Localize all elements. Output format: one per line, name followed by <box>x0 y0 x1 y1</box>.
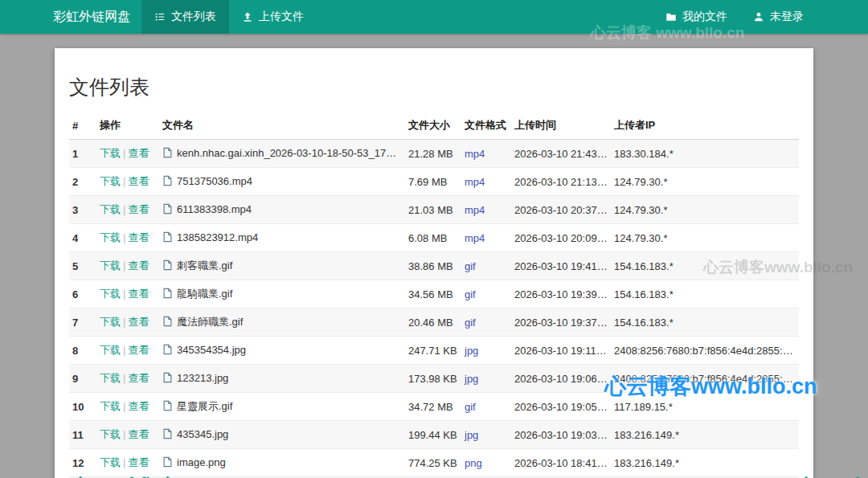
file-format-link[interactable]: jpg <box>465 345 478 357</box>
user-icon <box>753 11 764 22</box>
file-format-link[interactable]: gif <box>465 288 476 300</box>
download-link[interactable]: 下载 <box>100 259 121 272</box>
nav-item-my-files[interactable]: 我的文件 <box>653 0 740 34</box>
table-row: 11 下载|查看 435345.jpg 199.44 KB jpg 2026-0… <box>69 421 799 449</box>
table-row: 7 下载|查看 魔法師職業.gif 20.46 MB gif 2026-03-1… <box>69 308 799 337</box>
view-link[interactable]: 查看 <box>128 372 149 384</box>
view-link[interactable]: 查看 <box>128 316 149 328</box>
file-format-cell: mp4 <box>461 140 511 168</box>
view-link[interactable]: 查看 <box>128 456 149 468</box>
action-separator: | <box>123 288 125 300</box>
file-icon <box>162 456 173 470</box>
action-separator: | <box>123 344 125 356</box>
file-format-cell: mp4 <box>461 224 511 252</box>
file-name: image.png <box>177 456 226 468</box>
row-index: 9 <box>69 365 96 393</box>
download-link[interactable]: 下载 <box>100 372 121 384</box>
download-link[interactable]: 下载 <box>100 316 121 328</box>
file-size: 20.46 MB <box>405 308 461 337</box>
download-link[interactable]: 下载 <box>100 456 121 468</box>
upload-time: 2026-03-10 19:11:22 <box>511 337 611 365</box>
file-format-link[interactable]: mp4 <box>465 204 485 216</box>
action-separator: | <box>123 259 125 272</box>
file-format-link[interactable]: png <box>465 457 482 469</box>
row-actions: 下载|查看 <box>96 224 159 252</box>
view-link[interactable]: 查看 <box>128 175 149 187</box>
row-index: 1 <box>69 140 96 168</box>
row-index: 4 <box>69 224 96 252</box>
view-link[interactable]: 查看 <box>128 400 149 412</box>
nav-item-upload[interactable]: 上传文件 <box>229 0 317 34</box>
file-format-link[interactable]: jpg <box>465 429 478 441</box>
file-size: 21.03 MB <box>405 196 461 224</box>
file-format-link[interactable]: mp4 <box>465 232 485 244</box>
uploader-ip: 183.216.149.* <box>611 421 799 449</box>
file-format-cell: gif <box>461 308 511 337</box>
view-link[interactable]: 查看 <box>128 147 149 159</box>
nav-item-login-status[interactable]: 未登录 <box>740 0 817 34</box>
uploader-ip: 154.16.183.* <box>611 252 799 280</box>
row-actions: 下载|查看 <box>96 196 159 224</box>
view-link[interactable]: 查看 <box>128 428 149 440</box>
col-header-time: 上传时间 <box>511 112 611 140</box>
file-size: 34.56 MB <box>405 280 461 308</box>
col-header-filename: 文件名 <box>159 112 405 140</box>
upload-icon <box>242 11 253 22</box>
file-name-cell: 345354354.jpg <box>159 337 405 365</box>
upload-time: 2026-03-10 20:09:56 <box>511 224 611 252</box>
download-link[interactable]: 下载 <box>100 203 121 215</box>
file-icon <box>162 203 173 217</box>
file-name: 龍騎職業.gif <box>177 288 232 300</box>
file-format-link[interactable]: gif <box>465 401 476 413</box>
row-actions: 下载|查看 <box>96 421 159 449</box>
row-index: 6 <box>69 280 96 308</box>
file-format-cell: jpg <box>461 337 511 365</box>
uploader-ip: 183.30.184.* <box>611 140 799 168</box>
file-icon <box>162 428 173 442</box>
nav-item-file-list[interactable]: 文件列表 <box>141 0 229 34</box>
table-row: 2 下载|查看 751375036.mp4 7.69 MB mp4 2026-0… <box>69 168 799 196</box>
file-icon <box>162 344 173 357</box>
file-name-cell: 123213.jpg <box>159 365 405 393</box>
download-link[interactable]: 下载 <box>100 428 121 440</box>
file-name: 123213.jpg <box>177 372 228 384</box>
upload-time: 2026-03-10 19:37:55 <box>511 308 611 337</box>
view-link[interactable]: 查看 <box>128 231 149 243</box>
download-link[interactable]: 下载 <box>100 175 121 187</box>
download-link[interactable]: 下载 <box>100 400 121 412</box>
brand-label: 彩虹外链网盘 <box>53 9 130 26</box>
table-body: 1 下载|查看 kenh.nhac.gai.xinh_2026-03-10-18… <box>69 140 799 478</box>
file-format-link[interactable]: gif <box>465 317 476 329</box>
file-name: 1385823912.mp4 <box>177 231 258 243</box>
view-link[interactable]: 查看 <box>128 259 149 272</box>
row-actions: 下载|查看 <box>96 449 159 477</box>
file-name-cell: 刺客職業.gif <box>159 252 405 280</box>
file-size: 21.28 MB <box>405 140 461 168</box>
upload-time: 2026-03-10 19:05:08 <box>511 393 611 421</box>
file-size: 173.98 KB <box>405 365 461 393</box>
row-actions: 下载|查看 <box>96 252 159 280</box>
file-format-link[interactable]: mp4 <box>465 148 485 160</box>
navbar-right: 我的文件 未登录 <box>653 0 817 34</box>
download-link[interactable]: 下载 <box>100 288 121 300</box>
download-link[interactable]: 下载 <box>100 147 121 159</box>
file-list-card: 文件列表 # 操作 文件名 文件大小 文件格式 上传时间 上传者IP 1 下载|… <box>55 48 813 478</box>
file-icon <box>162 288 173 301</box>
col-header-size: 文件大小 <box>405 112 461 140</box>
file-format-link[interactable]: gif <box>465 260 476 272</box>
download-link[interactable]: 下载 <box>100 344 121 356</box>
action-separator: | <box>123 175 125 187</box>
view-link[interactable]: 查看 <box>128 203 149 215</box>
brand[interactable]: 彩虹外链网盘 <box>53 0 130 34</box>
file-format-link[interactable]: jpg <box>465 373 478 385</box>
row-index: 2 <box>69 168 96 196</box>
view-link[interactable]: 查看 <box>128 288 149 300</box>
table-header-row: # 操作 文件名 文件大小 文件格式 上传时间 上传者IP <box>69 112 799 140</box>
file-format-link[interactable]: mp4 <box>465 176 485 188</box>
row-index: 11 <box>69 421 96 449</box>
file-size: 6.08 MB <box>405 224 461 252</box>
row-index: 8 <box>69 337 96 365</box>
file-name-cell: 魔法師職業.gif <box>159 308 405 337</box>
view-link[interactable]: 查看 <box>128 344 149 356</box>
download-link[interactable]: 下载 <box>100 231 121 243</box>
